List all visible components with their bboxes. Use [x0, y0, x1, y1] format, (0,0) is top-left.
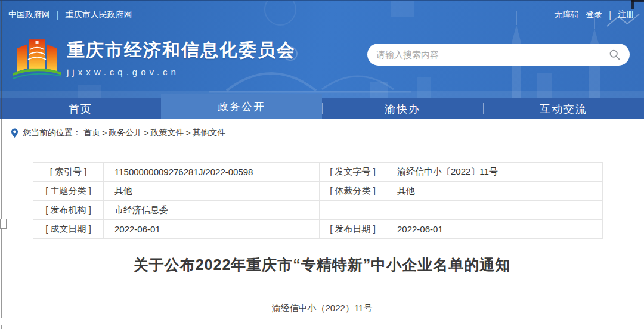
meta-value: 市经济信息委 [104, 201, 320, 220]
brand-text: 重庆市经济和信息化委员会 jjxxw.cq.gov.cn [67, 38, 296, 77]
link-accessibility[interactable]: 无障碍 [554, 10, 579, 20]
meta-row-dates: [ 成文日期 ] 2022-06-01 [ 发布日期 ] 2022-06-01 [33, 220, 603, 239]
link-china-gov[interactable]: 中国政府网 [8, 10, 50, 20]
topbar-left: 中国政府网 | 重庆市人民政府网 [8, 10, 132, 20]
site-logo-icon [12, 31, 62, 83]
breadcrumb-separator: > [144, 128, 148, 138]
meta-value: 11500000009276281J/2022-00598 [104, 163, 320, 182]
meta-label: [ 成文日期 ] [33, 220, 104, 239]
search-icon[interactable] [608, 48, 621, 61]
breadcrumb-item-home[interactable]: 首页 [83, 128, 100, 138]
selection-handle [0, 219, 7, 229]
link-cq-gov[interactable]: 重庆市人民政府网 [66, 10, 132, 20]
meta-label: [ 发文字号 ] [320, 163, 386, 182]
nav-tab-interaction[interactable]: 互动交流 [483, 98, 644, 119]
site-brand: 重庆市经济和信息化委员会 jjxxw.cq.gov.cn [12, 31, 296, 83]
selection-handle [1, 318, 8, 325]
topbar-right: 无障碍 登录 | 注册 [554, 10, 634, 20]
meta-value: 2022-06-01 [104, 220, 320, 239]
site-title: 重庆市经济和信息化委员会 [67, 38, 296, 63]
document-number: 渝经信中小（2022）11号 [0, 303, 644, 314]
top-links-bar: 中国政府网 | 重庆市人民政府网 无障碍 登录 | 注册 [8, 10, 634, 20]
nav-tab-government-affairs[interactable]: 政务公开 [161, 94, 322, 119]
breadcrumb-prefix: 您当前的位置： [23, 128, 81, 138]
meta-label: [ 主题分类 ] [33, 182, 104, 201]
meta-value: 其他 [104, 182, 320, 201]
topbar-divider: | [609, 10, 611, 20]
site-banner: 中国政府网 | 重庆市人民政府网 无障碍 登录 | 注册 [0, 0, 644, 98]
meta-label: [ 发布日期 ] [320, 220, 386, 239]
meta-label: [ 发布机构 ] [33, 201, 104, 220]
breadcrumb-separator: > [102, 128, 107, 138]
document-meta-table: [ 索引号 ] 11500000009276281J/2022-00598 [ … [33, 162, 603, 239]
search-input[interactable] [376, 49, 608, 60]
selection-edge-line [1, 0, 2, 329]
nav-tab-yukuaiban[interactable]: 渝快办 [322, 98, 483, 119]
page: 中国政府网 | 重庆市人民政府网 无障碍 登录 | 注册 [0, 0, 644, 329]
breadcrumb-item-policy-documents[interactable]: 政策文件 [150, 128, 184, 138]
search-box[interactable] [367, 44, 630, 66]
breadcrumb-item-other-documents[interactable]: 其他文件 [193, 128, 226, 138]
breadcrumb-item-government-affairs[interactable]: 政务公开 [109, 128, 142, 138]
breadcrumb: 您当前的位置： 首页 > 政务公开 > 政策文件 > 其他文件 [0, 119, 644, 147]
meta-row-index-number: [ 索引号 ] 11500000009276281J/2022-00598 [ … [33, 163, 603, 182]
main-nav: 首页 政务公开 渝快办 互动交流 [0, 98, 644, 119]
meta-value: 渝经信中小〔2022〕11号 [386, 163, 603, 182]
meta-value: 其他 [386, 182, 603, 201]
meta-label: [ 索引号 ] [33, 163, 104, 182]
site-url: jjxxw.cq.gov.cn [67, 67, 296, 77]
location-pin-icon [11, 128, 18, 138]
meta-label: [ 体裁分类 ] [320, 182, 386, 201]
meta-value: 2022-06-01 [386, 220, 603, 239]
topbar-divider: | [57, 10, 59, 20]
selection-corner-mark [631, 0, 634, 9]
nav-tab-home[interactable]: 首页 [0, 98, 161, 119]
meta-value [386, 201, 603, 220]
meta-label [320, 201, 386, 220]
meta-row-issuing-agency: [ 发布机构 ] 市经济信息委 [33, 201, 603, 220]
breadcrumb-separator: > [185, 128, 190, 138]
link-login[interactable]: 登录 [586, 10, 602, 20]
document-title: 关于公布2022年重庆市“专精特新”中小企业名单的通知 [0, 255, 644, 275]
link-register[interactable]: 注册 [618, 10, 634, 20]
meta-row-topic-category: [ 主题分类 ] 其他 [ 体裁分类 ] 其他 [33, 182, 603, 201]
